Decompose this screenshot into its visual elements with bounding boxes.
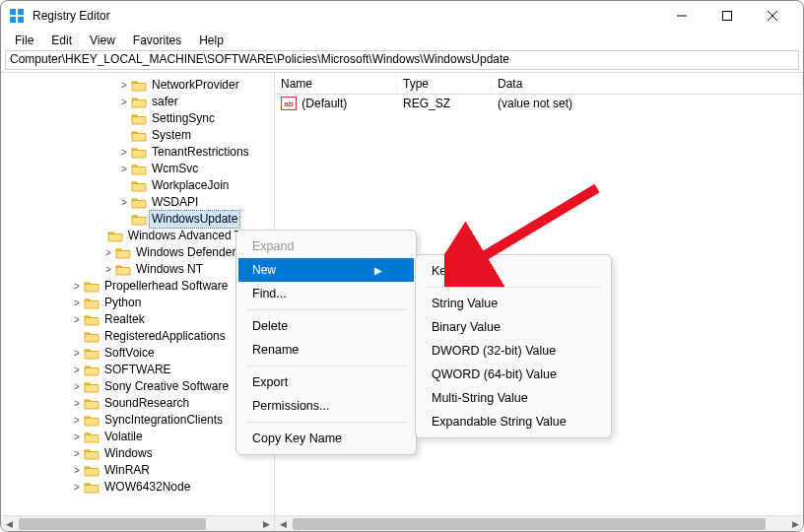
tree-pane[interactable]: >NetworkProvider>safer>SettingSync>Syste… [1, 73, 275, 531]
expand-chevron-icon[interactable]: > [101, 244, 115, 261]
tree-node-label: WindowsUpdate [150, 211, 239, 228]
expand-chevron-icon[interactable]: > [70, 345, 84, 362]
expand-chevron-icon[interactable]: > [70, 311, 84, 328]
separator [246, 422, 406, 423]
menu-bar: File Edit View Favorites Help [1, 31, 803, 50]
menu-help[interactable]: Help [191, 32, 232, 49]
menu-favorites[interactable]: Favorites [125, 32, 189, 49]
address-bar[interactable]: Computer\HKEY_LOCAL_MACHINE\SOFTWARE\Pol… [5, 50, 799, 70]
ctx-new-expandstring[interactable]: Expandable String Value [418, 410, 609, 433]
tree-node-label: WorkplaceJoin [150, 177, 231, 194]
ctx-delete[interactable]: Delete [238, 314, 414, 338]
close-button[interactable] [750, 1, 795, 31]
tree-node-label: NetworkProvider [150, 77, 241, 94]
tree-node-label: Volatile [102, 429, 145, 445]
tree-node[interactable]: >WorkplaceJoin [3, 177, 274, 194]
col-data[interactable]: Data [492, 75, 803, 93]
folder-icon [131, 129, 147, 143]
tree-node[interactable]: >SoundResearch [3, 395, 274, 412]
expand-chevron-icon[interactable]: > [70, 278, 84, 295]
tree-node[interactable]: >SOFTWARE [3, 362, 274, 378]
tree-node[interactable]: >Windows Defender [3, 244, 274, 261]
expand-chevron-icon[interactable]: > [70, 429, 84, 445]
col-type[interactable]: Type [397, 75, 492, 93]
tree-node[interactable]: >WOW6432Node [3, 479, 274, 496]
ctx-new-multistring[interactable]: Multi-String Value [418, 386, 609, 410]
scroll-right-button[interactable]: ▶ [258, 516, 274, 531]
scroll-thumb[interactable] [293, 518, 766, 530]
tree-node[interactable]: >Windows NT [3, 261, 274, 278]
tree-node-label: Windows NT [134, 261, 205, 278]
menu-file[interactable]: File [7, 32, 41, 49]
ctx-new-qword[interactable]: QWORD (64-bit) Value [418, 363, 609, 386]
tree-node[interactable]: >System [3, 127, 274, 144]
scroll-thumb[interactable] [19, 518, 206, 530]
tree-node[interactable]: >Sony Creative Software [3, 378, 274, 395]
expand-chevron-icon[interactable]: > [70, 462, 84, 479]
tree-node[interactable]: >WcmSvc [3, 161, 274, 177]
ctx-find[interactable]: Find... [238, 282, 414, 305]
values-hscrollbar[interactable]: ◀ ▶ [275, 515, 803, 531]
ctx-rename[interactable]: Rename [238, 338, 414, 362]
folder-icon [131, 179, 147, 193]
tree-node[interactable]: >WSDAPI [3, 194, 274, 211]
folder-icon [84, 313, 100, 327]
submenu-arrow-icon: ▶ [374, 265, 382, 276]
expand-chevron-icon[interactable]: > [117, 161, 131, 177]
tree-node[interactable]: >Python [3, 295, 274, 311]
ctx-new[interactable]: New▶ [238, 258, 414, 282]
tree-node[interactable]: >Realtek [3, 311, 274, 328]
tree-node[interactable]: >SettingSync [3, 110, 274, 127]
tree-node[interactable]: >TenantRestrictions [3, 144, 274, 161]
tree-node[interactable]: >Propellerhead Software [3, 278, 274, 295]
expand-chevron-icon[interactable]: > [117, 77, 131, 94]
expand-chevron-icon[interactable]: > [70, 445, 84, 462]
tree-node[interactable]: >NetworkProvider [3, 77, 274, 94]
minimize-button[interactable] [659, 1, 704, 31]
expand-chevron-icon[interactable]: > [117, 144, 131, 161]
expand-chevron-icon[interactable]: > [70, 362, 84, 378]
tree-node[interactable]: >SyncIntegrationClients [3, 412, 274, 429]
tree-node-label: WOW6432Node [102, 479, 192, 496]
ctx-permissions[interactable]: Permissions... [238, 394, 414, 418]
menu-edit[interactable]: Edit [43, 32, 80, 49]
ctx-export[interactable]: Export [238, 370, 414, 394]
col-name[interactable]: Name [275, 75, 397, 93]
folder-icon [84, 330, 100, 344]
tree-node[interactable]: >WindowsUpdate [3, 211, 274, 228]
value-row[interactable]: ab (Default)REG_SZ(value not set) [275, 95, 803, 112]
expand-chevron-icon[interactable]: > [117, 194, 131, 211]
expand-chevron-icon[interactable]: > [70, 378, 84, 395]
expand-chevron-icon[interactable]: > [117, 94, 131, 110]
ctx-new-binary[interactable]: Binary Value [418, 315, 609, 339]
tree-node-label: TenantRestrictions [150, 144, 251, 161]
tree-node[interactable]: >Windows Advanced Threat Protection [3, 228, 274, 244]
expand-chevron-icon[interactable]: > [101, 261, 115, 278]
tree-node[interactable]: >Volatile [3, 429, 274, 445]
ctx-new-key[interactable]: Key [418, 259, 609, 283]
scroll-left-button[interactable]: ◀ [1, 516, 17, 531]
tree-node-label: Windows [102, 445, 155, 462]
ctx-new-dword[interactable]: DWORD (32-bit) Value [418, 339, 609, 363]
folder-icon [84, 380, 100, 394]
menu-view[interactable]: View [82, 32, 123, 49]
tree-node[interactable]: >WinRAR [3, 462, 274, 479]
expand-chevron-icon[interactable]: > [70, 395, 84, 412]
folder-icon [84, 347, 100, 361]
tree-hscrollbar[interactable]: ◀ ▶ [1, 515, 274, 531]
expand-chevron-icon[interactable]: > [70, 295, 84, 311]
scroll-left-button[interactable]: ◀ [275, 516, 291, 531]
expand-chevron-icon[interactable]: > [70, 479, 84, 496]
scroll-right-button[interactable]: ▶ [787, 516, 803, 531]
tree-node[interactable]: >SoftVoice [3, 345, 274, 362]
tree-node[interactable]: >safer [3, 94, 274, 110]
tree-node[interactable]: >Windows [3, 445, 274, 462]
ctx-copy-key-name[interactable]: Copy Key Name [238, 427, 414, 450]
window-controls [659, 1, 795, 31]
tree-node-label: SettingSync [150, 110, 217, 127]
ctx-new-string[interactable]: String Value [418, 292, 609, 315]
maximize-button[interactable] [704, 1, 750, 31]
expand-chevron-icon[interactable]: > [70, 412, 84, 429]
tree-node[interactable]: >RegisteredApplications [3, 328, 274, 345]
tree-node-label: WSDAPI [150, 194, 200, 211]
